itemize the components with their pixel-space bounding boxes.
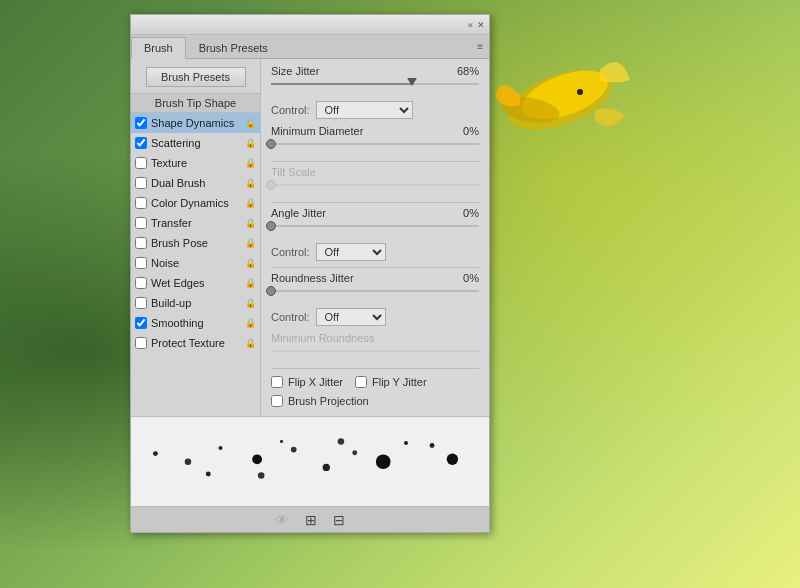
texture-checkbox[interactable]: [135, 157, 147, 169]
min-diameter-slider[interactable]: [271, 143, 479, 157]
roundness-jitter-row: Roundness Jitter 0%: [271, 272, 479, 284]
svg-point-14: [206, 472, 211, 477]
brush-presets-button[interactable]: Brush Presets: [146, 67, 246, 87]
flip-x-label: Flip X Jitter: [288, 376, 343, 388]
wet-edges-label: Wet Edges: [151, 277, 243, 289]
flip-y-row[interactable]: Flip Y Jitter: [355, 376, 427, 388]
transfer-checkbox[interactable]: [135, 217, 147, 229]
lock-icon-7: 🔒: [245, 258, 256, 268]
divider-4: [271, 368, 479, 369]
brush-projection-row[interactable]: Brush Projection: [271, 395, 479, 407]
flip-y-label: Flip Y Jitter: [372, 376, 427, 388]
sidebar-item-wet-edges[interactable]: Wet Edges 🔒: [131, 273, 260, 293]
size-jitter-row: Size Jitter 68%: [271, 65, 479, 77]
lock-icon-5: 🔒: [245, 218, 256, 228]
shape-dynamics-label: Shape Dynamics: [151, 117, 243, 129]
min-roundness-label: Minimum Roundness: [271, 332, 479, 344]
angle-jitter-control-label: Control:: [271, 246, 310, 258]
color-dynamics-checkbox[interactable]: [135, 197, 147, 209]
sidebar-item-build-up[interactable]: Build-up 🔒: [131, 293, 260, 313]
preview-grid-icon[interactable]: ⊞: [301, 510, 321, 530]
tab-brush[interactable]: Brush: [131, 37, 186, 59]
sidebar-section-title: Brush Tip Shape: [131, 93, 260, 113]
sidebar-item-shape-dynamics[interactable]: Shape Dynamics 🔒: [131, 113, 260, 133]
min-diameter-label: Minimum Diameter: [271, 125, 449, 137]
sidebar-item-protect-texture[interactable]: Protect Texture 🔒: [131, 333, 260, 353]
size-jitter-slider[interactable]: [271, 83, 479, 97]
sidebar-item-dual-brush[interactable]: Dual Brush 🔒: [131, 173, 260, 193]
angle-jitter-slider[interactable]: [271, 225, 479, 239]
flip-x-row[interactable]: Flip X Jitter: [271, 376, 343, 388]
preview-dots-svg: [131, 417, 489, 490]
sidebar-item-scattering[interactable]: Scattering 🔒: [131, 133, 260, 153]
smoothing-checkbox[interactable]: [135, 317, 147, 329]
brush-projection-label: Brush Projection: [288, 395, 369, 407]
close-icon[interactable]: ✕: [477, 20, 485, 30]
svg-point-8: [291, 447, 297, 453]
tab-brush-presets[interactable]: Brush Presets: [186, 37, 281, 58]
preview-toolbar: 👁 ⊞ ⊟: [131, 506, 489, 532]
sidebar-item-color-dynamics[interactable]: Color Dynamics 🔒: [131, 193, 260, 213]
svg-point-4: [153, 451, 158, 456]
sidebar-item-smoothing[interactable]: Smoothing 🔒: [131, 313, 260, 333]
brush-pose-checkbox[interactable]: [135, 237, 147, 249]
lock-icon-9: 🔒: [245, 298, 256, 308]
noise-checkbox[interactable]: [135, 257, 147, 269]
collapse-icon[interactable]: «: [468, 20, 473, 30]
angle-jitter-control-select[interactable]: Off Fade: [316, 243, 386, 261]
panel-tabs: Brush Brush Presets ≡: [131, 35, 489, 59]
angle-jitter-value: 0%: [449, 207, 479, 219]
size-jitter-control-select[interactable]: Off Fade Pen Pressure: [316, 101, 413, 119]
tilt-scale-slider[interactable]: [271, 184, 479, 198]
noise-label: Noise: [151, 257, 243, 269]
roundness-jitter-control-select[interactable]: Off Fade: [316, 308, 386, 326]
svg-point-17: [280, 440, 283, 443]
transfer-label: Transfer: [151, 217, 243, 229]
svg-point-9: [323, 464, 330, 471]
svg-point-5: [185, 458, 192, 465]
lock-icon-0: 🔒: [245, 118, 256, 128]
wet-edges-checkbox[interactable]: [135, 277, 147, 289]
title-icons: « ✕: [468, 20, 485, 30]
sidebar-item-brush-pose[interactable]: Brush Pose 🔒: [131, 233, 260, 253]
lock-icon-2: 🔒: [245, 158, 256, 168]
preview-list-icon[interactable]: ⊟: [329, 510, 349, 530]
svg-point-13: [258, 472, 265, 479]
svg-point-16: [447, 454, 458, 465]
svg-point-11: [376, 454, 391, 469]
fish-decoration: [480, 40, 640, 160]
scattering-checkbox[interactable]: [135, 137, 147, 149]
svg-point-7: [252, 454, 262, 464]
panel-titlebar: « ✕: [131, 15, 489, 35]
sidebar: Brush Presets Brush Tip Shape Shape Dyna…: [131, 59, 261, 416]
lock-icon-3: 🔒: [245, 178, 256, 188]
checkbox-group: Flip X Jitter Flip Y Jitter: [271, 373, 479, 391]
panel-menu-icon[interactable]: ≡: [471, 37, 489, 58]
flip-y-checkbox[interactable]: [355, 376, 367, 388]
flip-x-checkbox[interactable]: [271, 376, 283, 388]
divider-1: [271, 161, 479, 162]
sidebar-item-noise[interactable]: Noise 🔒: [131, 253, 260, 273]
dual-brush-checkbox[interactable]: [135, 177, 147, 189]
lock-icon-11: 🔒: [245, 338, 256, 348]
protect-texture-checkbox[interactable]: [135, 337, 147, 349]
sidebar-item-transfer[interactable]: Transfer 🔒: [131, 213, 260, 233]
lock-icon-1: 🔒: [245, 138, 256, 148]
brush-pose-label: Brush Pose: [151, 237, 243, 249]
sidebar-item-texture[interactable]: Texture 🔒: [131, 153, 260, 173]
panel-body: Brush Presets Brush Tip Shape Shape Dyna…: [131, 59, 489, 416]
svg-point-3: [577, 89, 583, 95]
min-roundness-slider[interactable]: [271, 350, 479, 364]
lock-icon-4: 🔒: [245, 198, 256, 208]
roundness-jitter-slider[interactable]: [271, 290, 479, 304]
brush-projection-checkbox[interactable]: [271, 395, 283, 407]
size-jitter-value: 68%: [449, 65, 479, 77]
preview-eye-icon[interactable]: 👁: [271, 510, 293, 530]
shape-dynamics-checkbox[interactable]: [135, 117, 147, 129]
size-jitter-control: Control: Off Fade Pen Pressure: [271, 101, 479, 119]
tilt-scale-label: Tilt Scale: [271, 166, 479, 178]
tilt-scale-row: Tilt Scale: [271, 166, 479, 178]
svg-point-15: [338, 438, 345, 445]
brush-panel: « ✕ Brush Brush Presets ≡ Brush Presets …: [130, 14, 490, 533]
build-up-checkbox[interactable]: [135, 297, 147, 309]
